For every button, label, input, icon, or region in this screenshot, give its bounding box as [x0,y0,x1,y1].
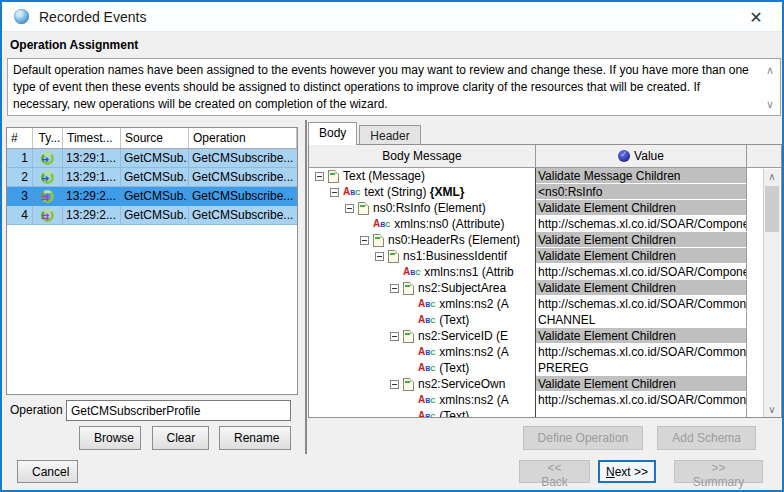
column-header[interactable]: Ty... [33,128,63,148]
tree-node: ABCxmlns:ns1 (Attrib [309,264,536,280]
treetable-scrollbar[interactable]: ∧ ∨ [763,169,780,418]
tree-row[interactable]: ABCxmlns:ns0 (Attribute)http://schemas.x… [309,216,781,232]
tree-node-label: xmlns:ns1 (Attrib [424,264,513,280]
collapse-toggle-icon[interactable] [390,380,399,389]
tree-row[interactable]: ABCxmlns:ns2 (Ahttp://schemas.xl.co.id/S… [309,296,781,312]
tree-row[interactable]: ns2:ServiceOwnValidate Element Children [309,376,781,392]
element-icon [388,250,399,263]
events-table: #Ty...Timest...SourceOperation 1➜13:29:1… [6,127,298,395]
attribute-icon: ABC [418,363,435,374]
table-row[interactable]: 4⇉13:29:2...GetCMSub...GetCMSubscribe... [7,206,297,225]
treetable-header: Body Message Value [309,145,781,168]
event-type-cell: ➜ [33,149,63,167]
window-title: Recorded Events [39,9,146,25]
tree-node-value: http://schemas.xl.co.id/SOAR/Componen [536,216,747,232]
event-source: GetCMSub... [121,168,189,186]
attribute-icon: ABC [403,267,420,278]
tree-row[interactable]: ABCxmlns:ns2 (Ahttp://schemas.xl.co.id/S… [309,344,781,360]
element-icon [403,282,414,295]
column-header[interactable]: Source [121,128,189,148]
browse-button[interactable]: Browse [79,426,141,450]
element-icon [403,330,414,343]
tree-node-label: ns2:SubjectArea [418,280,506,296]
event-number: 2 [7,168,33,186]
tree-row[interactable]: ABCtext (String) {XML}<ns0:RsInfo [309,184,781,200]
tree-row[interactable]: ns2:SubjectAreaValidate Element Children [309,280,781,296]
close-icon[interactable]: ✕ [742,6,770,28]
event-type-cell: ➜ [33,168,63,186]
tab-body[interactable]: Body [308,122,357,145]
tree-node-value: Validate Element Children [536,200,747,216]
event-source: GetCMSub... [121,149,189,167]
column-header[interactable]: # [7,128,33,148]
description-scrollbar[interactable]: ∧ ∨ [761,60,779,114]
next-button[interactable]: Next >> [598,460,656,483]
attribute-icon: ABC [373,219,390,230]
element-icon [373,234,384,247]
tree-row[interactable]: ns1:BusinessIdentifValidate Element Chil… [309,248,781,264]
split-divider[interactable] [305,120,307,457]
cancel-button[interactable]: Cancel [17,460,78,483]
collapse-toggle-icon[interactable] [375,252,384,261]
tree-node-value: <ns0:RsInfo [536,184,747,200]
tree-row[interactable]: ABC(Text)PREREG [309,360,781,376]
collapse-toggle-icon[interactable] [360,236,369,245]
rename-button[interactable]: Rename [219,426,291,450]
table-row[interactable]: 2➜13:29:1...GetCMSub...GetCMSubscribe... [7,168,297,187]
table-row[interactable]: 1➜13:29:1...GetCMSub...GetCMSubscribe... [7,149,297,168]
scroll-down-icon[interactable]: ∨ [761,96,779,112]
scroll-up-icon[interactable]: ∧ [761,62,779,78]
clear-button[interactable]: Clear [152,426,209,450]
operation-input[interactable] [66,400,291,421]
attribute-icon: ABC [418,411,435,419]
tree-row[interactable]: Text (Message)Validate Message Children [309,168,781,184]
event-operation: GetCMSubscribe... [189,187,297,205]
scroll-down-icon[interactable]: ∨ [764,402,780,418]
header-filler [747,145,781,167]
tree-row[interactable]: ns2:ServiceID (EValidate Element Childre… [309,328,781,344]
tree-node-label: xmlns:ns2 (A [439,296,508,312]
tree-node-label: ns2:ServiceID (E [418,328,508,344]
tree-row[interactable]: ABC(Text) [309,408,781,418]
column-header[interactable]: Timest... [63,128,121,148]
scrollbar-thumb[interactable] [765,186,779,232]
collapse-toggle-icon[interactable] [390,284,399,293]
tree-row[interactable]: ABCxmlns:ns2 (Ahttp://schemas.xl.co.id/S… [309,392,781,408]
tree-node: ABCxmlns:ns0 (Attribute) [309,216,536,232]
tree-node-value: PREREG [536,360,747,376]
column-header-value[interactable]: Value [536,145,747,167]
tree-node-label: xmlns:ns2 (A [439,344,508,360]
events-table-header: #Ty...Timest...SourceOperation [7,128,297,149]
tree-node-label: xmlns:ns2 (A [439,392,508,408]
tree-node-value: Validate Element Children [536,248,747,264]
collapse-toggle-icon[interactable] [345,204,354,213]
tree-node-value: Validate Element Children [536,328,747,344]
add-schema-button[interactable]: Add Schema [657,426,756,450]
event-timestamp: 13:29:2... [63,187,121,205]
description-panel: Default operation names have been assign… [7,58,781,116]
tree-row[interactable]: ns0:RsInfo (Element)Validate Element Chi… [309,200,781,216]
tree-node-value: CHANNEL [536,312,747,328]
tree-node: ns0:HeaderRs (Element) [309,232,536,248]
column-header[interactable]: Operation [189,128,297,148]
collapse-toggle-icon[interactable] [330,188,339,197]
summary-button[interactable]: >> Summary [674,460,763,483]
collapse-toggle-icon[interactable] [390,332,399,341]
table-row[interactable]: 3⇉13:29:2...GetCMSub...GetCMSubscribe... [7,187,297,206]
event-number: 3 [7,187,33,205]
event-operation: GetCMSubscribe... [189,168,297,186]
define-operation-button[interactable]: Define Operation [523,426,644,450]
message-inout-icon: ⇉ [40,208,55,223]
collapse-toggle-icon[interactable] [315,172,324,181]
scroll-up-icon[interactable]: ∧ [764,169,780,185]
tree-row[interactable]: ns0:HeaderRs (Element)Validate Element C… [309,232,781,248]
event-number: 4 [7,206,33,224]
tree-row[interactable]: ABC(Text)CHANNEL [309,312,781,328]
column-header-body-message[interactable]: Body Message [309,145,536,167]
back-button[interactable]: << Back [519,460,590,483]
detail-tabs: BodyHeader [308,122,423,145]
tree-row[interactable]: ABCxmlns:ns1 (Attribhttp://schemas.xl.co… [309,264,781,280]
message-detail-pane: BodyHeader Body Message Value Text (Mess… [308,120,782,457]
tab-header[interactable]: Header [359,125,420,145]
tree-node: ABCtext (String) {XML} [309,184,536,200]
